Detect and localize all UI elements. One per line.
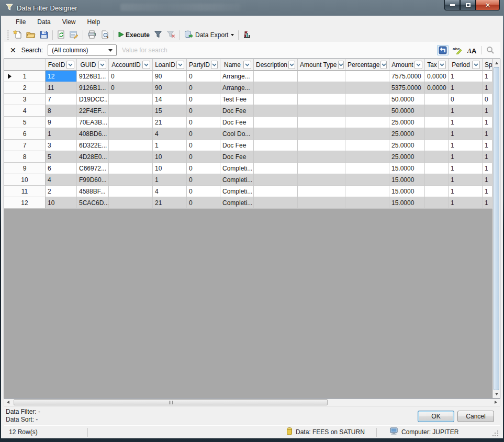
- grid-cell[interactable]: 4D28E0...: [77, 151, 109, 163]
- grid-cell[interactable]: [345, 186, 389, 197]
- grid-cell[interactable]: [254, 71, 298, 82]
- grid-cell[interactable]: [425, 174, 449, 186]
- clear-filter-button[interactable]: [164, 29, 177, 41]
- grid-cell[interactable]: 15.0000: [389, 163, 425, 174]
- scroll-up-icon[interactable]: [493, 59, 500, 67]
- grid-cell[interactable]: 1: [483, 128, 492, 140]
- grid-cell[interactable]: 1: [449, 128, 483, 140]
- grid-cell[interactable]: [345, 128, 389, 140]
- grid-cell[interactable]: 50.0000: [389, 105, 425, 117]
- grid-cell[interactable]: 1: [449, 117, 483, 128]
- grid-cell[interactable]: Cool Do...: [220, 128, 254, 140]
- grid-cell[interactable]: Doc Fee: [220, 117, 254, 128]
- grid-cell[interactable]: 25.0000: [389, 151, 425, 163]
- row-header[interactable]: 12: [4, 197, 46, 209]
- grid-cell[interactable]: 10: [46, 197, 77, 209]
- grid-cell[interactable]: [109, 140, 153, 151]
- grid-cell[interactable]: 1: [483, 186, 492, 197]
- row-header[interactable]: 1: [4, 71, 46, 82]
- grid-cell[interactable]: Doc Fee: [220, 105, 254, 117]
- grid-cell[interactable]: [425, 163, 449, 174]
- grid-cell[interactable]: D19DCC...: [77, 94, 109, 105]
- grid-cell[interactable]: 6: [46, 163, 77, 174]
- grid-cell[interactable]: Completi...: [220, 163, 254, 174]
- grid-cell[interactable]: 15.0000: [389, 186, 425, 197]
- column-filter-dropdown[interactable]: [66, 61, 74, 69]
- grid-cell[interactable]: 0: [187, 151, 220, 163]
- grid-cell[interactable]: 0: [187, 128, 220, 140]
- grid-cell[interactable]: 21: [153, 197, 187, 209]
- grid-cell[interactable]: 15.0000: [389, 174, 425, 186]
- grid-cell[interactable]: [254, 140, 298, 151]
- grid-cell[interactable]: 25.0000: [389, 140, 425, 151]
- grid-cell[interactable]: [298, 186, 345, 197]
- column-header-description[interactable]: Description: [254, 59, 298, 71]
- grid-cell[interactable]: Arrange...: [220, 82, 254, 94]
- horizontal-scroll-thumb[interactable]: [14, 399, 328, 405]
- grid-cell[interactable]: [298, 163, 345, 174]
- grid-cell[interactable]: [254, 128, 298, 140]
- grid-cell[interactable]: 0: [187, 117, 220, 128]
- grid-cell[interactable]: [345, 197, 389, 209]
- grid-cell[interactable]: 1: [153, 174, 187, 186]
- grid-cell[interactable]: [298, 140, 345, 151]
- column-filter-dropdown[interactable]: [142, 61, 150, 69]
- filter-button[interactable]: [152, 29, 164, 41]
- grid-cell[interactable]: 408BD6...: [77, 128, 109, 140]
- grid-cell[interactable]: 1: [449, 186, 483, 197]
- grid-cell[interactable]: 1: [483, 163, 492, 174]
- grid-cell[interactable]: 25.0000: [389, 128, 425, 140]
- grid-cell[interactable]: 1: [483, 117, 492, 128]
- grid-cell[interactable]: 15.0000: [389, 197, 425, 209]
- vertical-scrollbar[interactable]: [492, 59, 500, 398]
- column-header-sp[interactable]: Sp: [483, 59, 492, 71]
- grid-cell[interactable]: 22F4EF...: [77, 105, 109, 117]
- grid-cell[interactable]: Test Fee: [220, 94, 254, 105]
- column-header-period[interactable]: Period: [449, 59, 483, 71]
- grid-cell[interactable]: C66972...: [77, 163, 109, 174]
- column-header-tax[interactable]: Tax: [425, 59, 449, 71]
- grid-cell[interactable]: [254, 174, 298, 186]
- grid-cell[interactable]: [345, 94, 389, 105]
- grid-cell[interactable]: 1: [153, 140, 187, 151]
- grid-cell[interactable]: [345, 140, 389, 151]
- column-header-amount-type[interactable]: Amount Type: [298, 59, 345, 71]
- properties-button[interactable]: [68, 29, 81, 41]
- ok-button[interactable]: OK: [418, 411, 454, 422]
- grid-cell[interactable]: 7: [46, 94, 77, 105]
- column-header-accountid[interactable]: AccountID: [109, 59, 153, 71]
- grid-cell[interactable]: 14: [153, 94, 187, 105]
- menu-help[interactable]: Help: [82, 17, 106, 27]
- cancel-button[interactable]: Cancel: [457, 411, 494, 422]
- grid-cell[interactable]: [345, 151, 389, 163]
- column-filter-dropdown[interactable]: [176, 61, 184, 69]
- grid-cell[interactable]: [425, 140, 449, 151]
- grid-cell[interactable]: [109, 197, 153, 209]
- grid-cell[interactable]: 0: [187, 197, 220, 209]
- scroll-down-icon[interactable]: [493, 390, 500, 398]
- column-filter-dropdown[interactable]: [98, 61, 106, 69]
- column-header-partyid[interactable]: PartyID: [187, 59, 220, 71]
- column-header-loanid[interactable]: LoanID: [153, 59, 187, 71]
- grid-cell[interactable]: [345, 174, 389, 186]
- grid-cell[interactable]: 0: [187, 174, 220, 186]
- grid-cell[interactable]: 0: [483, 94, 492, 105]
- grid-cell[interactable]: 15: [153, 105, 187, 117]
- grid-cell[interactable]: 9126B1...: [77, 71, 109, 82]
- grid-cell[interactable]: 3: [46, 140, 77, 151]
- grid-cell[interactable]: Completi...: [220, 174, 254, 186]
- grid-cell[interactable]: 50.0000: [389, 94, 425, 105]
- grid-cell[interactable]: 10: [153, 151, 187, 163]
- print-preview-button[interactable]: [98, 29, 111, 41]
- match-case-abc-icon[interactable]: abc: [452, 45, 463, 55]
- menu-data[interactable]: Data: [31, 17, 56, 27]
- search-input[interactable]: [122, 44, 437, 56]
- grid-cell[interactable]: [298, 151, 345, 163]
- chart-button[interactable]: [241, 29, 253, 41]
- grid-cell[interactable]: 1: [449, 151, 483, 163]
- grid-cell[interactable]: 4: [46, 174, 77, 186]
- grid-cell[interactable]: 70EA3B...: [77, 117, 109, 128]
- grid-cell[interactable]: 0: [109, 71, 153, 82]
- grid-cell[interactable]: [298, 71, 345, 82]
- grid-cell[interactable]: 0: [187, 71, 220, 82]
